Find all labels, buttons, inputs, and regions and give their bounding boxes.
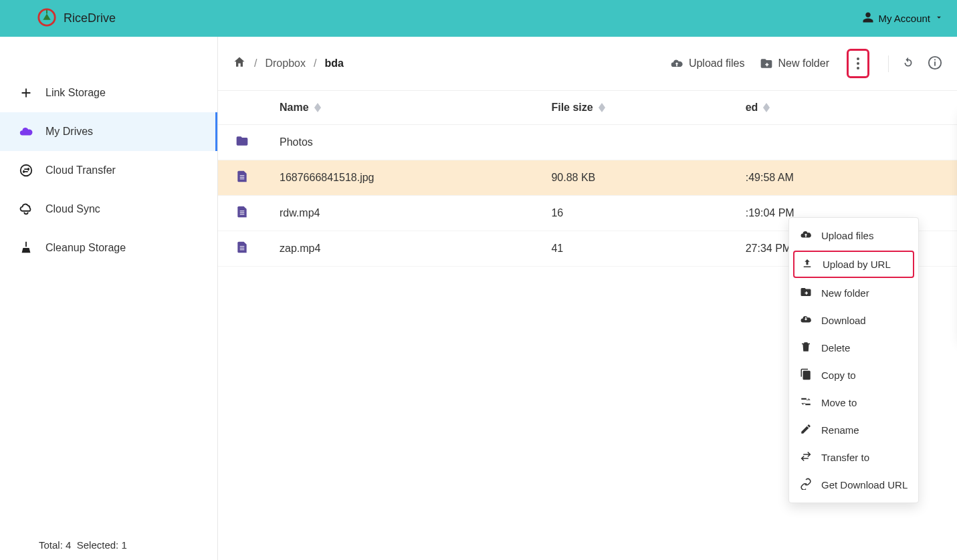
sidebar-item-cleanup-storage[interactable]: Cleanup Storage [0,229,217,267]
menu-item-cloud-download[interactable]: Download [789,307,918,334]
menu-item-rename[interactable]: Rename [789,416,918,444]
sidebar-item-link-storage[interactable]: Link Storage [0,74,217,112]
refresh-button[interactable] [901,55,916,72]
toolbar: / Dropbox / bda Upload files New folder [218,37,957,91]
new-folder-label: New folder [778,57,829,69]
rename-icon [800,423,812,437]
sidebar-item-label: Cloud Transfer [45,164,116,176]
sidebar-item-label: Cleanup Storage [45,242,126,254]
breadcrumb-segment-current: bda [324,57,343,69]
sidebar-item-cloud-sync[interactable]: Cloud Sync [0,190,217,229]
sort-indicator-icon [314,103,321,112]
menu-item-label: Upload files [821,230,873,241]
info-button[interactable] [928,55,942,72]
breadcrumb-segment[interactable]: Dropbox [265,57,305,69]
chevron-down-icon [934,13,944,24]
account-label: My Account [878,13,930,24]
transfer-icon [19,163,33,178]
main-panel: / Dropbox / bda Upload files New folder [218,37,957,560]
home-icon[interactable] [233,55,246,72]
menu-item-label: New folder [821,287,869,299]
total-label: Total: [39,539,63,551]
copy-icon [800,368,812,382]
brand-name: RiceDrive [64,11,116,25]
account-menu[interactable]: My Account [862,11,944,25]
cloud-upload-icon [800,229,812,243]
sidebar-item-label: Link Storage [45,87,106,99]
info-icon [928,55,942,70]
brand-logo-icon [37,7,57,29]
dots-vertical-icon [856,57,860,70]
menu-item-copy[interactable]: Copy to [789,362,918,389]
cloud-icon [19,124,33,139]
table-header: Name File size ed [218,91,957,125]
row-modified: 27:34 PM [746,243,791,255]
sidebar: Link Storage My Drives Cloud Transfer Cl… [0,37,218,560]
row-modified: :19:04 PM [746,207,794,219]
menu-item-label: Upload by URL [823,259,891,270]
breadcrumb-sep: / [254,57,257,69]
file-icon [235,170,280,186]
total-value: 4 [66,539,71,551]
menu-item-cloud-upload[interactable]: Upload files [789,222,918,249]
transfer-icon [800,450,812,464]
trash-icon [800,341,812,355]
plus-icon [19,86,33,100]
breadcrumb-sep: / [314,57,316,69]
menu-item-label: Rename [821,424,859,436]
svg-point-3 [857,57,859,60]
column-header-size[interactable]: File size [551,102,745,114]
app-header: RiceDrive My Account [0,0,957,37]
selected-label: Selected: [77,539,119,551]
menu-item-label: Delete [821,342,850,354]
menu-item-transfer[interactable]: Transfer to [789,444,918,471]
folder-plus-icon [800,286,812,300]
more-actions-button[interactable] [850,52,866,75]
sidebar-item-cloud-transfer[interactable]: Cloud Transfer [0,151,217,190]
menu-item-label: Get Download URL [821,479,908,491]
sidebar-item-label: My Drives [45,126,93,138]
column-header-modified[interactable]: ed [746,102,940,114]
table-row[interactable]: 1687666841518.jpg90.88 KB:49:58 AM [218,160,957,196]
broom-icon [19,241,33,255]
menu-item-folder-plus[interactable]: New folder [789,279,918,307]
refresh-icon [901,55,916,70]
column-header-modified-label: ed [746,102,758,114]
svg-point-5 [857,67,859,69]
menu-item-label: Transfer to [821,452,869,463]
svg-rect-8 [934,59,936,60]
link-icon [800,478,812,492]
upload-files-button[interactable]: Upload files [666,54,749,73]
breadcrumb: / Dropbox / bda [233,55,344,72]
svg-point-2 [21,165,32,176]
upload-files-label: Upload files [689,57,745,69]
folder-icon [235,134,280,150]
row-name: Photos [280,136,313,148]
sort-indicator-icon [599,103,605,112]
svg-point-4 [857,62,859,65]
table-row[interactable]: Photos [218,125,957,160]
selected-value: 1 [121,539,126,551]
menu-item-link[interactable]: Get Download URL [789,471,918,499]
sync-icon [19,202,33,217]
menu-item-move[interactable]: Move to [789,389,918,416]
file-icon [235,205,280,221]
move-icon [800,396,812,410]
column-header-name[interactable]: Name [280,102,551,114]
upload-url-icon [801,257,813,271]
context-menu: Upload filesUpload by URLNew folderDownl… [788,217,919,503]
menu-item-label: Download [821,315,866,326]
row-name: rdw.mp4 [280,207,320,219]
menu-item-label: Copy to [821,370,856,381]
folder-plus-icon [760,57,773,70]
row-size: 90.88 KB [551,172,595,184]
row-name: 1687666841518.jpg [280,172,374,184]
sidebar-item-my-drives[interactable]: My Drives [0,112,217,151]
column-header-name-label: Name [280,102,309,114]
person-icon [862,11,874,25]
menu-item-upload-url[interactable]: Upload by URL [793,251,914,278]
cloud-upload-icon [670,57,683,70]
menu-item-trash[interactable]: Delete [789,334,918,362]
row-size: 16 [551,207,563,219]
new-folder-button[interactable]: New folder [756,54,833,73]
